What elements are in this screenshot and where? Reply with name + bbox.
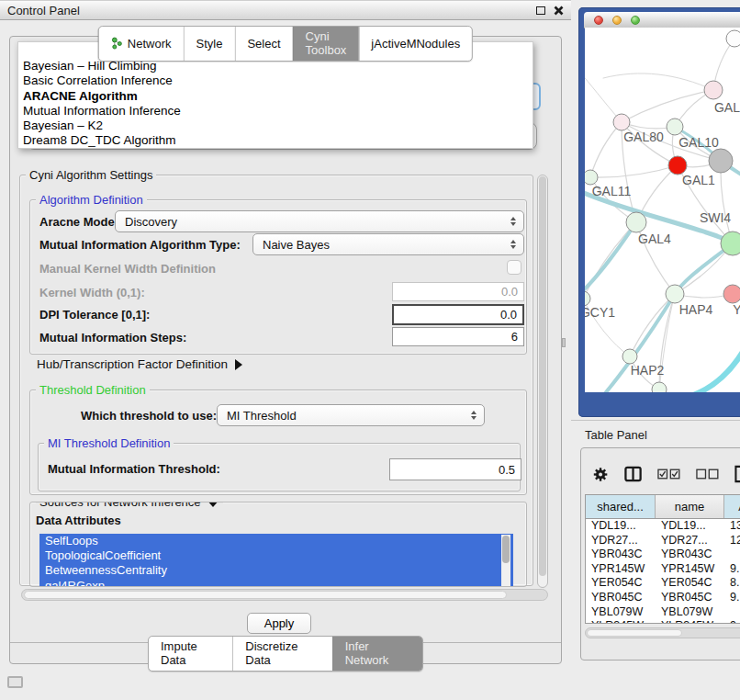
table-row[interactable]: YLR345WYLR345W9. (586, 619, 740, 624)
network-edge[interactable] (590, 122, 622, 177)
zoom-window-icon[interactable] (631, 16, 640, 25)
algorithm-option[interactable]: ARACNE Algorithm (18, 89, 533, 104)
table-row[interactable]: YER054CYER054C8. (586, 576, 740, 591)
gear-icon[interactable] (592, 466, 609, 483)
network-node[interactable] (626, 212, 646, 232)
node-label: HAP2 (631, 363, 665, 378)
network-node[interactable] (585, 170, 598, 185)
data-attributes-label: Data Attributes (36, 514, 121, 527)
tab-network[interactable]: Network (99, 27, 184, 61)
minimize-window-icon[interactable] (612, 16, 622, 25)
network-edge[interactable] (585, 222, 636, 294)
table-row[interactable]: YDL19...YDL19...13 (586, 519, 740, 534)
close-window-icon[interactable] (594, 16, 603, 25)
table-cell: YPR145W (586, 562, 656, 577)
hub-definition-toggle[interactable]: Hub/Transcription Factor Definition (37, 357, 242, 371)
table-cell (724, 548, 740, 562)
attribute-item-selected[interactable]: gal4RGexp (39, 579, 513, 587)
network-node[interactable] (667, 119, 683, 135)
close-panel-icon[interactable] (554, 6, 564, 16)
dpi-tolerance-field[interactable]: 0.0 (392, 304, 524, 325)
tab-jactivemnodules[interactable]: jActiveMNodules (358, 27, 472, 61)
algorithm-option[interactable]: Bayesian – K2 (18, 119, 533, 133)
kernel-width-label: Kernel Width (0,1): (39, 286, 145, 299)
network-icon (111, 37, 123, 50)
tab-cyni-toolbox[interactable]: Cyni Toolbox (293, 27, 359, 61)
network-edge[interactable] (622, 90, 713, 122)
collapsed-panel-icon[interactable] (7, 676, 23, 688)
tab-label: Select (247, 37, 280, 51)
float-panel-icon[interactable] (536, 6, 545, 15)
tab-impute-data[interactable]: Impute Data (149, 637, 232, 671)
mi-type-label: Mutual Information Algorithm Type: (39, 238, 241, 252)
network-node[interactable] (723, 285, 740, 303)
network-window-titlebar[interactable] (584, 12, 740, 28)
network-node[interactable] (622, 349, 637, 364)
aracne-mode-value: Discovery (125, 215, 177, 229)
network-node[interactable] (668, 156, 687, 175)
attribute-item-selected[interactable]: BetweennessCentrality (39, 563, 513, 578)
which-threshold-combo[interactable]: MI Threshold (217, 404, 485, 426)
settings-horizontal-scrollbar[interactable] (21, 589, 548, 601)
aracne-mode-combo[interactable]: Discovery (115, 210, 524, 232)
node-label: GAL4 (638, 231, 671, 246)
kernel-width-field[interactable]: 0.0 (392, 282, 524, 301)
network-node[interactable] (709, 149, 733, 173)
tab-discretize-data[interactable]: Discretize Data (232, 637, 331, 671)
control-panel: Control Panel NetworkStyleSelectCyni Too… (0, 0, 571, 688)
algorithm-option[interactable]: Mutual Information Inference (18, 104, 533, 119)
select-all-checkboxes-icon[interactable] (657, 469, 680, 480)
network-canvas[interactable]: GALGAL80GAL10GAL1GAL11SWI4GAL4HAP4YGCY1H… (585, 28, 740, 392)
table-row[interactable]: YBR043CYBR043C (586, 548, 740, 562)
column-header[interactable]: shared... (586, 495, 656, 518)
node-table[interactable]: shared...nameA YDL19...YDL19...13YDR27..… (585, 494, 740, 624)
file-icon[interactable] (734, 465, 740, 483)
mi-steps-field[interactable]: 6 (392, 327, 524, 346)
columns-icon[interactable] (624, 466, 642, 482)
table-row[interactable]: YDR27...YDR27...12 (586, 534, 740, 548)
algorithm-option[interactable]: Dream8 DC_TDC Algorithm (18, 133, 533, 148)
tab-select[interactable]: Select (234, 27, 292, 61)
attributes-scrollbar[interactable] (501, 535, 510, 587)
algorithm-option[interactable]: Basic Correlation Inference (18, 73, 533, 88)
sources-group: Sources for Network Inference Data Attri… (29, 502, 527, 587)
node-label: HAP4 (679, 302, 713, 317)
node-label: GCY1 (585, 305, 615, 320)
network-node[interactable] (726, 30, 740, 47)
table-cell: YBR043C (586, 548, 656, 562)
network-node[interactable] (721, 231, 740, 255)
mi-threshold-field[interactable]: 0.5 (389, 458, 521, 480)
manual-kernel-label: Manual Kernel Width Definition (39, 262, 216, 276)
network-node[interactable] (613, 114, 630, 130)
tab-infer-network[interactable]: Infer Network (332, 637, 422, 671)
table-row[interactable]: YBL079WYBL079W (586, 605, 740, 620)
mi-type-combo[interactable]: Naive Bayes (252, 233, 524, 255)
table-cell: 12 (724, 534, 740, 548)
network-edge[interactable] (590, 165, 678, 177)
column-header[interactable]: name (656, 495, 724, 518)
table-row[interactable]: YPR145WYPR145W9. (586, 562, 740, 577)
sources-group-title[interactable]: Sources for Network Inference (36, 502, 223, 509)
network-edge[interactable] (603, 73, 713, 90)
network-node[interactable] (652, 382, 667, 392)
network-node[interactable] (666, 285, 684, 303)
tab-label: Impute Data (161, 639, 220, 667)
node-label: GAL11 (592, 184, 632, 198)
network-node[interactable] (704, 81, 723, 99)
network-edge[interactable] (585, 72, 622, 122)
table-row[interactable]: YBR045CYBR045C9. (586, 591, 740, 605)
panel-splitter[interactable] (562, 338, 566, 347)
tab-style[interactable]: Style (184, 27, 235, 61)
network-edge[interactable] (688, 345, 740, 392)
attribute-item-selected[interactable]: SelfLoops (39, 534, 513, 548)
data-attributes-list[interactable]: SelfLoopsTopologicalCoefficientBetweenne… (39, 534, 513, 587)
network-node[interactable] (585, 291, 590, 306)
table-horizontal-scrollbar[interactable] (585, 627, 740, 638)
attribute-item-selected[interactable]: TopologicalCoefficient (39, 548, 513, 563)
deselect-all-checkboxes-icon[interactable] (696, 469, 719, 480)
apply-button[interactable]: Apply (247, 613, 311, 634)
settings-vertical-scrollbar[interactable] (537, 175, 548, 588)
manual-kernel-checkbox[interactable] (507, 260, 521, 275)
network-edge[interactable] (721, 161, 733, 243)
column-header[interactable]: A (724, 495, 740, 518)
